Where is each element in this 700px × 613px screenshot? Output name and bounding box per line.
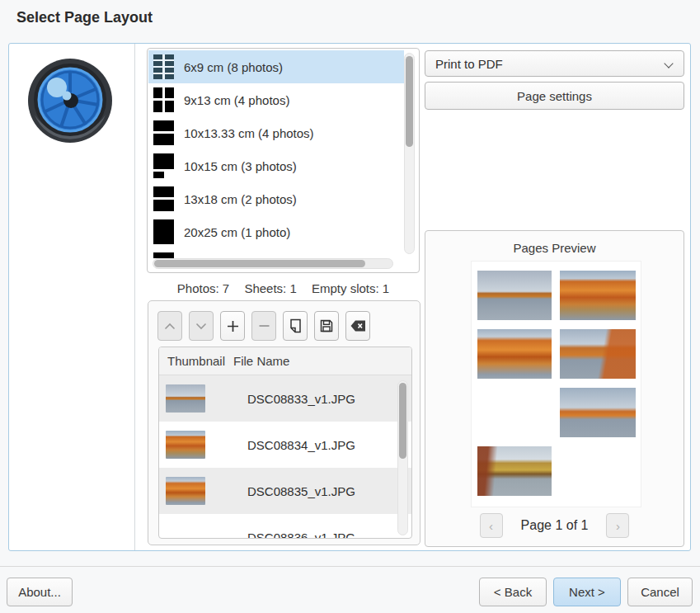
file-name-cell: DSC08833_v1.JPG (239, 392, 411, 406)
chevron-right-icon: › (616, 519, 620, 533)
page-layout-item[interactable]: 9x13 cm (4 photos) (148, 83, 404, 116)
page-layout-thumbnail-icon (153, 54, 174, 79)
photo-stats: Photos: 7 Sheets: 1 Empty slots: 1 (147, 281, 420, 295)
photo-table-header: Thumbnail File Name (159, 347, 411, 375)
table-row[interactable]: DSC08834_v1.JPG (159, 422, 411, 468)
page-layout-item[interactable]: 10x13.33 cm (4 photos) (148, 116, 404, 149)
photo-table-column-header[interactable]: File Name (225, 354, 289, 368)
photo-table-body: DSC08833_v1.JPG DSC08834_v1.JPG (159, 375, 411, 539)
preview-photo (560, 388, 636, 437)
add-photo-button[interactable] (220, 311, 245, 341)
photo-table-column-header[interactable]: Thumbnail (159, 354, 225, 368)
table-row[interactable]: DSC08833_v1.JPG (159, 375, 411, 422)
stat-empty-slots: Empty slots: 1 (312, 281, 389, 295)
open-list-button[interactable] (283, 311, 308, 341)
preview-page-sheet (472, 262, 641, 507)
photo-file-table: Thumbnail File Name DSC08833_v1.JPG (158, 347, 412, 539)
photo-list-toolbar (157, 311, 370, 341)
clear-list-button[interactable] (345, 311, 370, 341)
photo-thumbnail (166, 523, 205, 539)
page-layout-list: 6x9 cm (8 photos) 9x13 cm (4 photos) 10x… (147, 48, 420, 273)
stat-sheets: Sheets: 1 (244, 281, 296, 295)
digikam-camera-logo-icon (26, 57, 114, 144)
page-layout-item[interactable] (148, 248, 404, 258)
page-layout-label: 10x13.33 cm (4 photos) (184, 126, 314, 140)
previous-page-button[interactable]: ‹ (480, 513, 503, 538)
file-name-cell: DSC08835_v1.JPG (239, 484, 411, 498)
page-layout-thumbnail-icon (153, 153, 174, 178)
remove-photo-button[interactable] (251, 311, 276, 341)
layout-list-vertical-scrollbar-thumb[interactable] (406, 56, 413, 147)
page-layout-label: 6x9 cm (8 photos) (184, 60, 283, 74)
move-down-icon (195, 323, 207, 330)
page-title: Select Page Layout (16, 9, 153, 26)
thumbnail-cell (159, 384, 239, 413)
photo-list-group: Thumbnail File Name DSC08833_v1.JPG (148, 300, 420, 545)
move-up-icon (164, 323, 176, 330)
save-list-button[interactable] (314, 311, 339, 341)
move-down-button[interactable] (189, 311, 214, 341)
page-layout-item[interactable]: 13x18 cm (2 photos) (148, 182, 404, 215)
preview-photo (560, 329, 636, 379)
thumbnail-cell (159, 477, 239, 505)
page-layout-thumbnail-icon (153, 252, 174, 258)
photo-table-vertical-scrollbar[interactable] (397, 380, 408, 535)
page-layout-thumbnail-icon (153, 120, 174, 145)
page-layout-item[interactable]: 20x25 cm (1 photo) (148, 215, 404, 248)
preview-photo (477, 446, 552, 496)
page-layout-label: 10x15 cm (3 photos) (184, 159, 297, 173)
page-layout-thumbnail-icon (153, 87, 174, 112)
page-indicator: Page 1 of 1 (521, 518, 589, 533)
thumbnail-cell (159, 431, 239, 459)
save-list-icon (320, 319, 333, 332)
page-layout-label: 9x13 cm (4 photos) (184, 93, 289, 107)
photo-thumbnail (166, 431, 205, 459)
page-layout-thumbnail-icon (153, 219, 174, 244)
add-photo-icon (227, 320, 239, 332)
layout-list-horizontal-scrollbar[interactable] (153, 258, 393, 269)
footer-divider (0, 566, 700, 567)
open-list-icon (289, 318, 302, 333)
page-layout-thumbnail-icon (153, 186, 174, 211)
chevron-left-icon: ‹ (489, 519, 493, 533)
page-layout-items: 6x9 cm (8 photos) 9x13 cm (4 photos) 10x… (148, 50, 404, 258)
file-name-cell: DSC08834_v1.JPG (239, 438, 411, 452)
cancel-button[interactable]: Cancel (627, 578, 693, 606)
preview-photo (477, 271, 552, 320)
printer-select-value: Print to PDF (435, 57, 503, 71)
preview-photo (477, 329, 552, 379)
preview-pager: ‹ Page 1 of 1 › (425, 513, 684, 538)
back-button[interactable]: < Back (479, 578, 547, 606)
page-layout-label: 20x25 cm (1 photo) (184, 225, 290, 239)
printer-select[interactable]: Print to PDF (425, 50, 684, 77)
photo-thumbnail (166, 477, 205, 505)
pages-preview-panel: Pages Preview ‹ Page 1 of 1 (425, 230, 684, 547)
page-settings-button[interactable]: Page settings (425, 82, 684, 110)
table-row[interactable]: DSC08836_v1.JPG (159, 514, 411, 539)
thumbnail-cell (159, 523, 239, 539)
photo-table-vertical-scrollbar-thumb[interactable] (399, 383, 406, 459)
layout-list-vertical-scrollbar[interactable] (404, 53, 415, 254)
table-row[interactable]: DSC08835_v1.JPG (159, 468, 411, 514)
move-up-button[interactable] (157, 311, 182, 341)
chevron-down-icon (664, 59, 673, 68)
file-name-cell: DSC08836_v1.JPG (239, 530, 411, 540)
page-layout-item[interactable]: 6x9 cm (8 photos) (148, 50, 404, 83)
remove-photo-icon (259, 324, 270, 328)
preview-photo (477, 388, 552, 437)
layout-list-horizontal-scrollbar-thumb[interactable] (154, 260, 365, 267)
next-page-button[interactable]: › (606, 513, 629, 538)
next-button[interactable]: Next > (553, 578, 621, 606)
stat-photos: Photos: 7 (177, 281, 229, 295)
logo-column (9, 44, 135, 550)
preview-photo (560, 271, 636, 320)
about-button[interactable]: About... (7, 578, 73, 606)
wizard-main-panel: 6x9 cm (8 photos) 9x13 cm (4 photos) 10x… (8, 43, 691, 551)
pages-preview-title: Pages Preview (425, 241, 684, 255)
page-layout-label: 13x18 cm (2 photos) (184, 192, 297, 206)
photo-thumbnail (166, 384, 205, 413)
page-layout-item[interactable]: 10x15 cm (3 photos) (148, 149, 404, 182)
clear-list-icon (350, 320, 366, 332)
